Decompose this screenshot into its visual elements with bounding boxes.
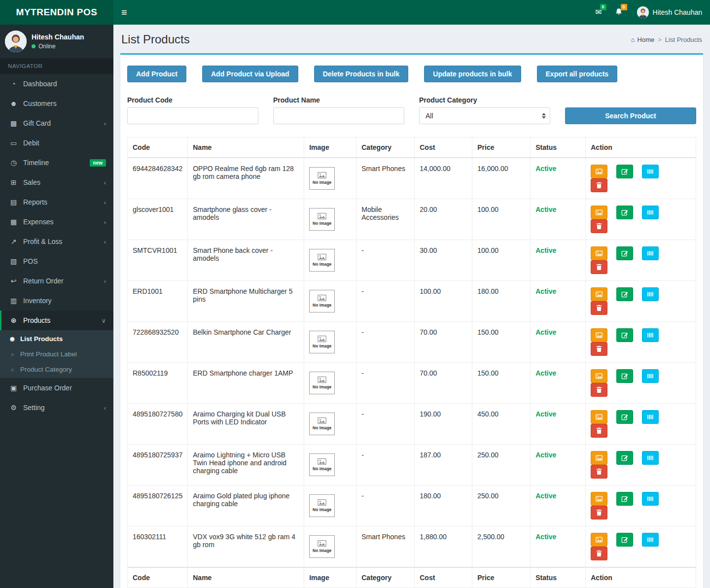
delete-products-in-bulk-button[interactable]: Delete Products in bulk bbox=[314, 66, 409, 82]
edit-action-button[interactable] bbox=[616, 410, 633, 424]
sidebar-item-dashboard[interactable]: ◔ Dashboard bbox=[0, 74, 113, 94]
barcode-icon bbox=[647, 250, 654, 257]
barcode-action-button[interactable] bbox=[642, 492, 659, 506]
product-code-input[interactable] bbox=[127, 107, 258, 124]
image-action-button[interactable] bbox=[591, 287, 607, 301]
edit-action-button[interactable] bbox=[616, 492, 633, 506]
sidebar-item-debit[interactable]: ▭ Debit bbox=[0, 133, 113, 153]
debit-card-icon: ▭ bbox=[9, 139, 18, 147]
product-image-cell: No Image bbox=[304, 199, 356, 240]
delete-action-button[interactable] bbox=[591, 506, 607, 519]
barcode-action-button[interactable] bbox=[642, 287, 659, 301]
sidebar-item-expenses[interactable]: ▦ Expenses ‹ bbox=[0, 212, 113, 232]
product-status-cell: Active bbox=[531, 404, 586, 445]
delete-action-button[interactable] bbox=[591, 465, 607, 479]
image-icon bbox=[596, 291, 603, 298]
no-image-label: No Image bbox=[313, 262, 331, 267]
sidebar-item-profit-loss[interactable]: ↗ Profit & Loss ‹ bbox=[0, 232, 113, 251]
product-code-cell: glscover1001 bbox=[128, 199, 188, 240]
edit-action-button[interactable] bbox=[616, 369, 633, 383]
app-logo[interactable]: MYTRENDIN POS bbox=[0, 0, 113, 25]
edit-action-button[interactable] bbox=[616, 328, 633, 342]
barcode-action-button[interactable] bbox=[642, 246, 659, 260]
sidebar-item-print-product-label[interactable]: ○ Print Product Label bbox=[0, 346, 113, 362]
sidebar-item-customers[interactable]: ☻ Customers bbox=[0, 94, 113, 113]
edit-icon bbox=[621, 332, 628, 339]
edit-action-button[interactable] bbox=[616, 287, 633, 301]
sidebar-item-gift-card[interactable]: ▩ Gift Card ‹ bbox=[0, 113, 113, 133]
barcode-action-button[interactable] bbox=[642, 206, 659, 219]
delete-action-button[interactable] bbox=[591, 219, 607, 233]
delete-action-button[interactable] bbox=[591, 342, 607, 356]
product-name-input[interactable] bbox=[273, 107, 404, 124]
edit-action-button[interactable] bbox=[616, 206, 633, 219]
user-menu[interactable]: Hitesh Chauhan bbox=[629, 0, 710, 25]
breadcrumb-home-link[interactable]: ⌂ Home bbox=[631, 36, 655, 43]
edit-action-button[interactable] bbox=[616, 165, 633, 178]
status-badge: Active bbox=[535, 328, 556, 336]
messages-badge: 0 bbox=[600, 4, 606, 10]
delete-action-button[interactable] bbox=[591, 424, 607, 438]
barcode-action-button[interactable] bbox=[642, 328, 659, 342]
table-row: glscover1001 Smartphone glass cover - am… bbox=[128, 199, 696, 240]
clock-icon: ◷ bbox=[9, 159, 18, 167]
sidebar-section-header: NAVIGATOR bbox=[0, 58, 113, 74]
image-action-button[interactable] bbox=[591, 206, 607, 219]
trash-icon bbox=[596, 264, 603, 271]
product-action-cell bbox=[586, 158, 696, 199]
sidebar-item-setting[interactable]: ⚙ Setting ‹ bbox=[0, 398, 113, 417]
edit-action-button[interactable] bbox=[616, 533, 633, 547]
delete-action-button[interactable] bbox=[591, 260, 607, 274]
image-action-button[interactable] bbox=[591, 410, 607, 424]
sidebar-item-purchase-order[interactable]: ▣ Purchase Order bbox=[0, 378, 113, 398]
barcode-action-button[interactable] bbox=[642, 165, 659, 178]
sidebar-item-return-order[interactable]: ↩ Return Order ‹ bbox=[0, 271, 113, 291]
export-all-products-button[interactable]: Export all products bbox=[537, 66, 618, 82]
image-action-button[interactable] bbox=[591, 533, 607, 547]
sidebar-item-inventory[interactable]: ▥ Inventory bbox=[0, 291, 113, 311]
barcode-action-button[interactable] bbox=[642, 369, 659, 383]
update-products-in-bulk-button[interactable]: Update products in bulk bbox=[424, 66, 521, 82]
trash-icon bbox=[596, 550, 603, 557]
barcode-action-button[interactable] bbox=[642, 451, 659, 465]
product-image-cell: No Image bbox=[304, 526, 356, 568]
filters-row: Product Code Product Name Product Catego… bbox=[120, 92, 703, 133]
product-category-select[interactable]: All bbox=[419, 107, 550, 124]
delete-action-button[interactable] bbox=[591, 178, 607, 192]
add-product-via-upload-button[interactable]: Add Product via Upload bbox=[202, 66, 298, 82]
edit-icon bbox=[621, 250, 628, 257]
page-title: List Products bbox=[121, 33, 190, 46]
barcode-action-button[interactable] bbox=[642, 410, 659, 424]
product-thumbnail: No Image bbox=[309, 167, 335, 190]
sidebar-item-products[interactable]: ⊛ Products ∨ bbox=[0, 311, 113, 330]
image-action-button[interactable] bbox=[591, 328, 607, 342]
sidebar-item-product-category[interactable]: ○ Product Category bbox=[0, 362, 113, 377]
delete-action-button[interactable] bbox=[591, 547, 607, 560]
product-action-cell bbox=[586, 526, 696, 568]
status-badge: Active bbox=[535, 246, 556, 254]
search-product-button[interactable]: Search Product bbox=[565, 107, 696, 124]
sidebar-item-timeline[interactable]: ◷ Timeline new bbox=[0, 153, 113, 173]
sidebar-item-sales[interactable]: ⊞ Sales ‹ bbox=[0, 173, 113, 192]
messages-button[interactable]: ✉ 0 bbox=[589, 0, 608, 25]
delete-action-button[interactable] bbox=[591, 301, 607, 315]
notifications-badge: 0 bbox=[621, 4, 627, 10]
sidebar-item-reports[interactable]: ▤ Reports ‹ bbox=[0, 192, 113, 212]
barcode-action-button[interactable] bbox=[642, 533, 659, 547]
add-product-button[interactable]: Add Product bbox=[127, 66, 186, 82]
notifications-button[interactable]: 0 bbox=[608, 0, 629, 25]
edit-icon bbox=[621, 373, 628, 380]
image-action-button[interactable] bbox=[591, 492, 607, 506]
status-badge: Active bbox=[535, 533, 556, 541]
image-action-button[interactable] bbox=[591, 165, 607, 178]
delete-action-button[interactable] bbox=[591, 383, 607, 397]
sidebar-item-pos[interactable]: ▧ POS bbox=[0, 251, 113, 271]
sidebar-item-list-products[interactable]: ◉ List Products bbox=[0, 331, 113, 346]
sidebar-toggle-button[interactable]: ≡ bbox=[113, 0, 135, 25]
image-action-button[interactable] bbox=[591, 369, 607, 383]
image-action-button[interactable] bbox=[591, 451, 607, 465]
image-action-button[interactable] bbox=[591, 246, 607, 260]
edit-action-button[interactable] bbox=[616, 246, 633, 260]
no-image-label: No Image bbox=[313, 425, 331, 430]
edit-action-button[interactable] bbox=[616, 451, 633, 465]
